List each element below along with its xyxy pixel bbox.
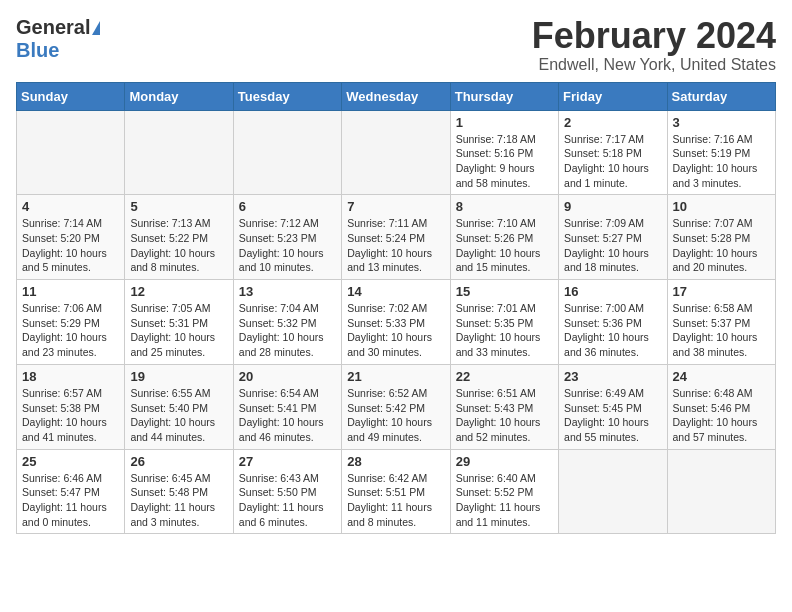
calendar-cell — [342, 110, 450, 195]
day-number: 11 — [22, 284, 119, 299]
calendar-cell: 2Sunrise: 7:17 AMSunset: 5:18 PMDaylight… — [559, 110, 667, 195]
day-info: Sunrise: 7:05 AMSunset: 5:31 PMDaylight:… — [130, 301, 227, 360]
day-info: Sunrise: 7:18 AMSunset: 5:16 PMDaylight:… — [456, 132, 553, 191]
week-row-2: 4Sunrise: 7:14 AMSunset: 5:20 PMDaylight… — [17, 195, 776, 280]
day-number: 3 — [673, 115, 770, 130]
calendar-cell — [17, 110, 125, 195]
day-of-week-thursday: Thursday — [450, 82, 558, 110]
day-of-week-saturday: Saturday — [667, 82, 775, 110]
calendar-cell: 19Sunrise: 6:55 AMSunset: 5:40 PMDayligh… — [125, 364, 233, 449]
calendar-cell: 26Sunrise: 6:45 AMSunset: 5:48 PMDayligh… — [125, 449, 233, 534]
day-number: 28 — [347, 454, 444, 469]
day-of-week-wednesday: Wednesday — [342, 82, 450, 110]
calendar-title: February 2024 — [532, 16, 776, 56]
day-number: 23 — [564, 369, 661, 384]
day-info: Sunrise: 7:00 AMSunset: 5:36 PMDaylight:… — [564, 301, 661, 360]
day-info: Sunrise: 6:52 AMSunset: 5:42 PMDaylight:… — [347, 386, 444, 445]
day-number: 7 — [347, 199, 444, 214]
day-info: Sunrise: 7:01 AMSunset: 5:35 PMDaylight:… — [456, 301, 553, 360]
week-row-1: 1Sunrise: 7:18 AMSunset: 5:16 PMDaylight… — [17, 110, 776, 195]
day-info: Sunrise: 6:43 AMSunset: 5:50 PMDaylight:… — [239, 471, 336, 530]
day-info: Sunrise: 7:14 AMSunset: 5:20 PMDaylight:… — [22, 216, 119, 275]
calendar-cell: 18Sunrise: 6:57 AMSunset: 5:38 PMDayligh… — [17, 364, 125, 449]
calendar-cell: 15Sunrise: 7:01 AMSunset: 5:35 PMDayligh… — [450, 280, 558, 365]
calendar-cell: 6Sunrise: 7:12 AMSunset: 5:23 PMDaylight… — [233, 195, 341, 280]
calendar-cell: 11Sunrise: 7:06 AMSunset: 5:29 PMDayligh… — [17, 280, 125, 365]
calendar-cell: 17Sunrise: 6:58 AMSunset: 5:37 PMDayligh… — [667, 280, 775, 365]
day-of-week-monday: Monday — [125, 82, 233, 110]
day-info: Sunrise: 7:09 AMSunset: 5:27 PMDaylight:… — [564, 216, 661, 275]
day-info: Sunrise: 6:45 AMSunset: 5:48 PMDaylight:… — [130, 471, 227, 530]
logo: General Blue — [16, 16, 100, 62]
day-number: 6 — [239, 199, 336, 214]
day-info: Sunrise: 7:10 AMSunset: 5:26 PMDaylight:… — [456, 216, 553, 275]
day-info: Sunrise: 6:46 AMSunset: 5:47 PMDaylight:… — [22, 471, 119, 530]
day-number: 24 — [673, 369, 770, 384]
day-info: Sunrise: 6:58 AMSunset: 5:37 PMDaylight:… — [673, 301, 770, 360]
calendar-cell: 14Sunrise: 7:02 AMSunset: 5:33 PMDayligh… — [342, 280, 450, 365]
day-number: 12 — [130, 284, 227, 299]
week-row-4: 18Sunrise: 6:57 AMSunset: 5:38 PMDayligh… — [17, 364, 776, 449]
logo-general-text: General — [16, 16, 90, 39]
day-number: 9 — [564, 199, 661, 214]
calendar-cell: 3Sunrise: 7:16 AMSunset: 5:19 PMDaylight… — [667, 110, 775, 195]
calendar-cell: 20Sunrise: 6:54 AMSunset: 5:41 PMDayligh… — [233, 364, 341, 449]
calendar-cell: 25Sunrise: 6:46 AMSunset: 5:47 PMDayligh… — [17, 449, 125, 534]
calendar-cell: 16Sunrise: 7:00 AMSunset: 5:36 PMDayligh… — [559, 280, 667, 365]
calendar-cell: 21Sunrise: 6:52 AMSunset: 5:42 PMDayligh… — [342, 364, 450, 449]
calendar-cell — [125, 110, 233, 195]
calendar-cell — [667, 449, 775, 534]
day-info: Sunrise: 6:49 AMSunset: 5:45 PMDaylight:… — [564, 386, 661, 445]
page-header: General Blue February 2024 Endwell, New … — [16, 16, 776, 74]
calendar-cell: 12Sunrise: 7:05 AMSunset: 5:31 PMDayligh… — [125, 280, 233, 365]
day-number: 26 — [130, 454, 227, 469]
day-number: 4 — [22, 199, 119, 214]
day-number: 16 — [564, 284, 661, 299]
day-number: 2 — [564, 115, 661, 130]
day-info: Sunrise: 6:54 AMSunset: 5:41 PMDaylight:… — [239, 386, 336, 445]
calendar-cell: 7Sunrise: 7:11 AMSunset: 5:24 PMDaylight… — [342, 195, 450, 280]
day-info: Sunrise: 7:04 AMSunset: 5:32 PMDaylight:… — [239, 301, 336, 360]
day-of-week-sunday: Sunday — [17, 82, 125, 110]
day-number: 1 — [456, 115, 553, 130]
logo-blue-text: Blue — [16, 39, 59, 62]
week-row-3: 11Sunrise: 7:06 AMSunset: 5:29 PMDayligh… — [17, 280, 776, 365]
logo-icon — [92, 21, 100, 35]
day-info: Sunrise: 7:11 AMSunset: 5:24 PMDaylight:… — [347, 216, 444, 275]
calendar-cell: 22Sunrise: 6:51 AMSunset: 5:43 PMDayligh… — [450, 364, 558, 449]
day-info: Sunrise: 7:16 AMSunset: 5:19 PMDaylight:… — [673, 132, 770, 191]
week-row-5: 25Sunrise: 6:46 AMSunset: 5:47 PMDayligh… — [17, 449, 776, 534]
day-number: 13 — [239, 284, 336, 299]
day-number: 5 — [130, 199, 227, 214]
day-info: Sunrise: 7:13 AMSunset: 5:22 PMDaylight:… — [130, 216, 227, 275]
day-info: Sunrise: 7:17 AMSunset: 5:18 PMDaylight:… — [564, 132, 661, 191]
day-number: 22 — [456, 369, 553, 384]
calendar-subtitle: Endwell, New York, United States — [532, 56, 776, 74]
day-number: 27 — [239, 454, 336, 469]
day-info: Sunrise: 7:07 AMSunset: 5:28 PMDaylight:… — [673, 216, 770, 275]
day-number: 15 — [456, 284, 553, 299]
day-number: 21 — [347, 369, 444, 384]
calendar-cell: 29Sunrise: 6:40 AMSunset: 5:52 PMDayligh… — [450, 449, 558, 534]
title-block: February 2024 Endwell, New York, United … — [532, 16, 776, 74]
calendar-cell: 5Sunrise: 7:13 AMSunset: 5:22 PMDaylight… — [125, 195, 233, 280]
day-number: 25 — [22, 454, 119, 469]
calendar-cell: 23Sunrise: 6:49 AMSunset: 5:45 PMDayligh… — [559, 364, 667, 449]
calendar-cell — [233, 110, 341, 195]
day-of-week-friday: Friday — [559, 82, 667, 110]
day-info: Sunrise: 6:51 AMSunset: 5:43 PMDaylight:… — [456, 386, 553, 445]
calendar-header-row: SundayMondayTuesdayWednesdayThursdayFrid… — [17, 82, 776, 110]
day-number: 20 — [239, 369, 336, 384]
calendar-cell: 27Sunrise: 6:43 AMSunset: 5:50 PMDayligh… — [233, 449, 341, 534]
day-info: Sunrise: 6:42 AMSunset: 5:51 PMDaylight:… — [347, 471, 444, 530]
day-number: 8 — [456, 199, 553, 214]
day-info: Sunrise: 6:57 AMSunset: 5:38 PMDaylight:… — [22, 386, 119, 445]
calendar-cell: 13Sunrise: 7:04 AMSunset: 5:32 PMDayligh… — [233, 280, 341, 365]
day-info: Sunrise: 7:12 AMSunset: 5:23 PMDaylight:… — [239, 216, 336, 275]
day-info: Sunrise: 6:40 AMSunset: 5:52 PMDaylight:… — [456, 471, 553, 530]
day-number: 10 — [673, 199, 770, 214]
calendar-cell: 10Sunrise: 7:07 AMSunset: 5:28 PMDayligh… — [667, 195, 775, 280]
calendar-cell: 9Sunrise: 7:09 AMSunset: 5:27 PMDaylight… — [559, 195, 667, 280]
calendar-cell: 8Sunrise: 7:10 AMSunset: 5:26 PMDaylight… — [450, 195, 558, 280]
calendar-table: SundayMondayTuesdayWednesdayThursdayFrid… — [16, 82, 776, 535]
